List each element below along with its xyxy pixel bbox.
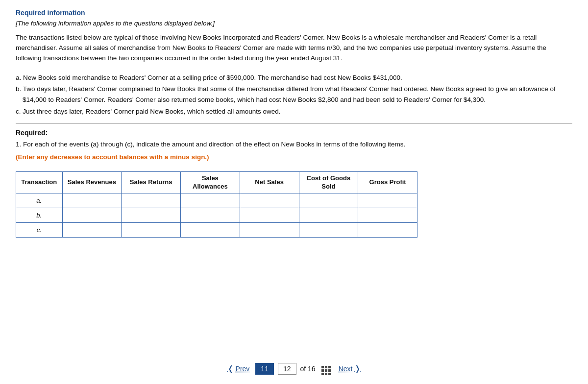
page-container: Required information [The following info…: [0, 0, 588, 384]
content-area: Required information [The following info…: [0, 0, 588, 355]
input-row1-col4[interactable]: [303, 212, 354, 219]
input-row2-col1[interactable]: [125, 226, 176, 234]
prev-arrow-icon: ❬: [227, 364, 234, 373]
section-divider: [16, 123, 572, 124]
input-cell-row2-col0[interactable]: [62, 223, 122, 238]
input-cell-row2-col5[interactable]: [358, 223, 417, 238]
question-highlight: (Enter any decreases to account balances…: [16, 152, 572, 162]
input-cell-row0-col1[interactable]: [122, 193, 181, 208]
input-cell-row0-col5[interactable]: [358, 193, 417, 208]
table-header-row: Transaction Sales Revenues Sales Returns…: [16, 171, 417, 193]
transaction-label-a: a.: [16, 193, 63, 208]
next-button[interactable]: Next ❭: [339, 364, 361, 373]
input-cell-row1-col3[interactable]: [240, 208, 299, 223]
input-cell-row1-col1[interactable]: [122, 208, 181, 223]
transaction-b-text: b. Two days later, Readers' Corner compl…: [16, 84, 572, 105]
question-body: For each of the events (a) through (c), …: [23, 141, 405, 148]
input-row2-col0[interactable]: [67, 226, 118, 234]
prev-label: Prev: [236, 365, 250, 373]
input-row0-col5[interactable]: [362, 197, 413, 204]
footer-navigation: ❬ Prev 11 12 of 16 Next ❭: [0, 355, 588, 384]
input-row0-col3[interactable]: [244, 197, 295, 204]
description-text: The transactions listed below are typica…: [16, 33, 572, 64]
transaction-c-text: c. Just three days later, Readers' Corne…: [16, 106, 572, 117]
col-header-sales-revenues: Sales Revenues: [62, 171, 122, 193]
next-arrow-icon: ❭: [354, 364, 361, 373]
transaction-label-c: c.: [16, 223, 63, 238]
input-row1-col1[interactable]: [125, 212, 176, 219]
col-header-cost-of-goods-sold: Cost of Goods Sold: [299, 171, 358, 193]
input-row1-col0[interactable]: [67, 212, 118, 219]
col-header-sales-allowances: Sales Allowances: [181, 171, 240, 193]
grid-view-icon[interactable]: [319, 362, 333, 375]
question-text: 1. For each of the events (a) through (c…: [16, 140, 572, 149]
input-row2-col2[interactable]: [185, 226, 236, 234]
input-cell-row0-col0[interactable]: [62, 193, 122, 208]
col-header-transaction: Transaction: [16, 171, 63, 193]
input-row2-col3[interactable]: [244, 226, 295, 234]
input-cell-row2-col4[interactable]: [299, 223, 358, 238]
col-header-net-sales: Net Sales: [240, 171, 299, 193]
question-number: 1.: [16, 141, 21, 148]
input-row1-col5[interactable]: [362, 212, 413, 219]
input-cell-row1-col4[interactable]: [299, 208, 358, 223]
input-cell-row2-col3[interactable]: [240, 223, 299, 238]
input-cell-row0-col2[interactable]: [181, 193, 240, 208]
table-section: Transaction Sales Revenues Sales Returns…: [16, 171, 572, 238]
input-cell-row0-col3[interactable]: [240, 193, 299, 208]
input-row0-col4[interactable]: [303, 197, 354, 204]
input-cell-row1-col0[interactable]: [62, 208, 122, 223]
italic-note: [The following information applies to th…: [16, 20, 572, 27]
input-row2-col4[interactable]: [303, 226, 354, 234]
col-header-sales-returns: Sales Returns: [122, 171, 181, 193]
input-cell-row2-col2[interactable]: [181, 223, 240, 238]
next-label: Next: [339, 365, 353, 373]
required-info-title: Required information: [16, 9, 572, 17]
col-header-gross-profit: Gross Profit: [358, 171, 417, 193]
current-page[interactable]: 11: [255, 363, 274, 375]
input-cell-row1-col2[interactable]: [181, 208, 240, 223]
input-row0-col2[interactable]: [185, 197, 236, 204]
effects-table: Transaction Sales Revenues Sales Returns…: [16, 171, 417, 238]
input-row0-col0[interactable]: [67, 197, 118, 204]
transaction-label-b: b.: [16, 208, 63, 223]
required-label: Required:: [16, 129, 572, 137]
input-row1-col2[interactable]: [185, 212, 236, 219]
page-info: 11 12 of 16: [255, 362, 332, 375]
next-page[interactable]: 12: [278, 363, 296, 375]
total-pages: of 16: [300, 365, 316, 373]
input-cell-row0-col4[interactable]: [299, 193, 358, 208]
input-cell-row2-col1[interactable]: [122, 223, 181, 238]
table-row: c.: [16, 223, 417, 238]
table-row: b.: [16, 208, 417, 223]
prev-button[interactable]: ❬ Prev: [227, 364, 250, 373]
input-row2-col5[interactable]: [362, 226, 413, 234]
input-cell-row1-col5[interactable]: [358, 208, 417, 223]
input-row1-col3[interactable]: [244, 212, 295, 219]
table-row: a.: [16, 193, 417, 208]
input-row0-col1[interactable]: [125, 197, 176, 204]
transactions-list: a. New Books sold merchandise to Readers…: [16, 72, 572, 117]
transaction-a-text: a. New Books sold merchandise to Readers…: [16, 72, 572, 83]
